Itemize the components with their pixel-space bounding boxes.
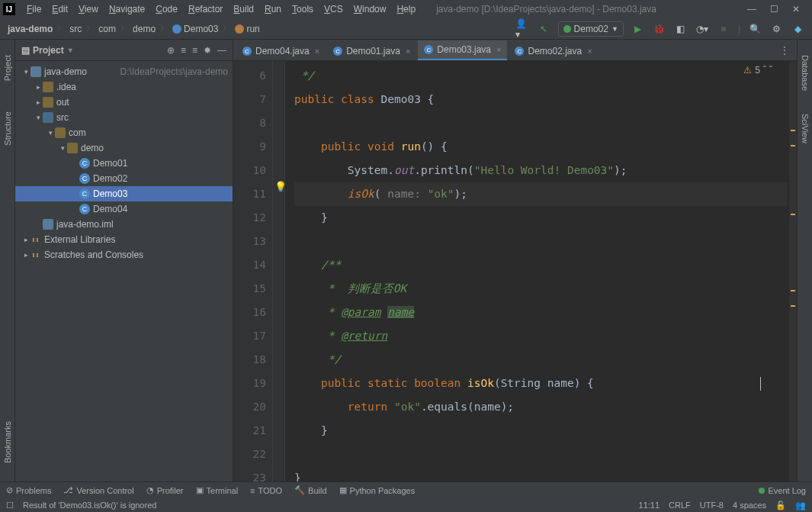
menu-file[interactable]: File	[21, 4, 47, 14]
crumb-sep: 〉	[57, 24, 65, 34]
menu-build[interactable]: Build	[228, 4, 259, 14]
user-icon[interactable]: 👤▾	[515, 22, 529, 36]
crumb-com[interactable]: com	[95, 24, 119, 34]
tab-demo03-java[interactable]: CDemo03.java×	[418, 40, 507, 60]
tree-demo04[interactable]: CDemo04	[15, 201, 233, 217]
back-arrow-icon[interactable]: ↖	[537, 22, 550, 36]
crumb-sep: 〉	[160, 24, 168, 34]
class-icon: C	[515, 47, 524, 56]
run-config-label: Demo02	[574, 24, 608, 34]
tree-java-demo[interactable]: ▾java-demoD:\IdeaProjects\java-demo	[15, 64, 233, 79]
menu-tools[interactable]: Tools	[287, 4, 319, 14]
tree-java-demo-iml[interactable]: java-demo.iml	[15, 217, 233, 232]
menu-view[interactable]: View	[73, 4, 104, 14]
bottom-version-control[interactable]: ⎇Version Control	[63, 485, 133, 495]
tab-demo02-java[interactable]: CDemo02.java×	[509, 42, 598, 60]
close-tab-icon[interactable]: ×	[315, 47, 319, 56]
select-opened-file-icon[interactable]: ⊕	[167, 45, 175, 56]
class-icon: C	[79, 188, 90, 199]
collapse-all-icon[interactable]: ≡	[192, 45, 197, 56]
fold-gutter[interactable]: 💡	[273, 61, 285, 494]
tree-demo01[interactable]: CDemo01	[15, 156, 233, 171]
line-gutter[interactable]: 67891011121314151617181920212223	[233, 61, 273, 494]
tree-src[interactable]: ▾src	[15, 110, 233, 125]
bottom-profiler[interactable]: ◔Profiler	[146, 485, 184, 495]
tab-demo04-java[interactable]: CDemo04.java×	[236, 42, 326, 60]
crumb-run[interactable]: run	[232, 24, 262, 34]
account-icon[interactable]: 👥	[795, 501, 806, 510]
event-log[interactable]: Event Log	[759, 486, 806, 495]
class-icon: C	[79, 158, 90, 169]
right-tool-strip: Database SciView	[797, 40, 812, 494]
maximize-icon[interactable]: ☐	[770, 4, 778, 14]
debug-icon[interactable]: 🐞	[653, 22, 666, 36]
expand-all-icon[interactable]: ≡	[181, 45, 186, 56]
close-icon[interactable]: ✕	[792, 4, 800, 14]
run-config-selector[interactable]: Demo02 ▼	[558, 21, 624, 37]
bottom-todo[interactable]: ≡TODO	[250, 486, 282, 495]
crumb-demo[interactable]: demo	[130, 24, 159, 34]
tool-sciview[interactable]: SciView	[801, 114, 810, 143]
crumb-sep: 〉	[223, 24, 230, 34]
folder-icon	[55, 127, 66, 138]
settings-icon[interactable]: ⚙	[769, 22, 783, 36]
module-icon	[43, 219, 53, 230]
menu-refactor[interactable]: Refactor	[183, 4, 228, 14]
stop-icon[interactable]: ■	[717, 22, 730, 36]
tree-external-libraries[interactable]: ▸⫾⫾External Libraries	[15, 232, 233, 247]
error-stripe[interactable]	[789, 61, 797, 494]
tabs-more-icon[interactable]: ⋮	[772, 40, 797, 60]
readonly-icon[interactable]: 🔓	[775, 501, 786, 510]
bottom-build[interactable]: 🔨Build	[294, 485, 326, 495]
tab-demo01-java[interactable]: CDemo01.java×	[327, 42, 416, 60]
tree-demo03[interactable]: CDemo03	[15, 186, 233, 201]
menu-window[interactable]: Window	[348, 4, 392, 14]
status-message: Result of 'Demo03.isOk()' is ignored	[23, 501, 630, 510]
caret-position[interactable]: 11:11	[639, 501, 660, 510]
close-tab-icon[interactable]: ×	[587, 47, 592, 56]
code-view[interactable]: */public class Demo03 { public void run(…	[285, 61, 797, 494]
chevron-down-icon[interactable]: ▼	[67, 47, 74, 54]
tree-scratches-and-consoles[interactable]: ▸⫾⫾Scratches and Consoles	[15, 247, 233, 262]
menu-edit[interactable]: Edit	[47, 4, 73, 14]
tool-database[interactable]: Database	[801, 55, 810, 91]
tree-demo[interactable]: ▾demo	[15, 140, 233, 156]
tree-com[interactable]: ▾com	[15, 125, 233, 140]
menu-code[interactable]: Code	[150, 4, 183, 14]
bottom-problems[interactable]: ⊘Problems	[6, 485, 51, 495]
menu-navigate[interactable]: Navigate	[104, 4, 150, 14]
indent[interactable]: 4 spaces	[733, 501, 766, 510]
close-tab-icon[interactable]: ×	[406, 47, 410, 56]
bottom-terminal[interactable]: ▣Terminal	[196, 485, 239, 495]
window-title: java-demo [D:\IdeaProjects\java-demo] - …	[436, 4, 747, 14]
coverage-icon[interactable]: ◧	[674, 22, 688, 36]
menu-help[interactable]: Help	[391, 4, 421, 14]
method-icon	[235, 24, 244, 34]
tool-structure[interactable]: Structure	[3, 111, 12, 146]
crumb-java-demo[interactable]: java-demo	[5, 24, 56, 34]
left-tool-strip: Project Structure Bookmarks	[0, 40, 15, 494]
app-logo-icon: IJ	[3, 3, 15, 15]
tool-project[interactable]: Project	[3, 55, 12, 81]
encoding[interactable]: UTF-8	[700, 501, 724, 510]
menu-run[interactable]: Run	[259, 4, 287, 14]
tree-out[interactable]: ▸out	[15, 95, 233, 110]
line-ending[interactable]: CRLF	[669, 501, 691, 510]
crumb-demo03[interactable]: Demo03	[169, 24, 221, 34]
search-icon[interactable]: 🔍	[748, 22, 762, 36]
close-tab-icon[interactable]: ×	[496, 45, 501, 54]
crumb-src[interactable]: src	[66, 24, 85, 34]
folder-icon	[43, 82, 53, 92]
tree--idea[interactable]: ▸.idea	[15, 79, 233, 95]
minimize-icon[interactable]: —	[747, 4, 756, 14]
tool-bookmarks[interactable]: Bookmarks	[3, 421, 12, 463]
hide-icon[interactable]: —	[217, 45, 226, 56]
profile-icon[interactable]: ◔▾	[695, 22, 709, 36]
plugin-icon[interactable]: ◆	[791, 22, 804, 36]
run-icon[interactable]: ▶	[631, 22, 645, 36]
menu-vcs[interactable]: VCS	[319, 4, 348, 14]
settings-icon[interactable]: ✸	[204, 45, 211, 56]
tree-demo02[interactable]: CDemo02	[15, 171, 233, 186]
bottom-python-packages[interactable]: ▦Python Packages	[339, 485, 416, 495]
status-icon[interactable]: ☐	[6, 501, 14, 510]
